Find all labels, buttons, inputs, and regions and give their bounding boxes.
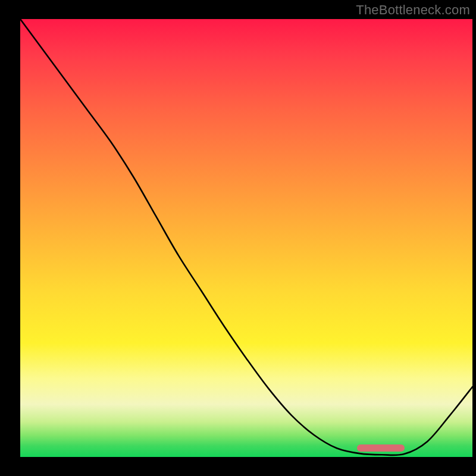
chart-stage: TheBottleneck.com: [0, 0, 476, 476]
attribution-label: TheBottleneck.com: [356, 2, 470, 18]
bottleneck-curve: [20, 19, 472, 457]
plot-area: [20, 19, 472, 457]
optimum-range-marker: [357, 444, 405, 452]
curve-path: [20, 19, 472, 455]
